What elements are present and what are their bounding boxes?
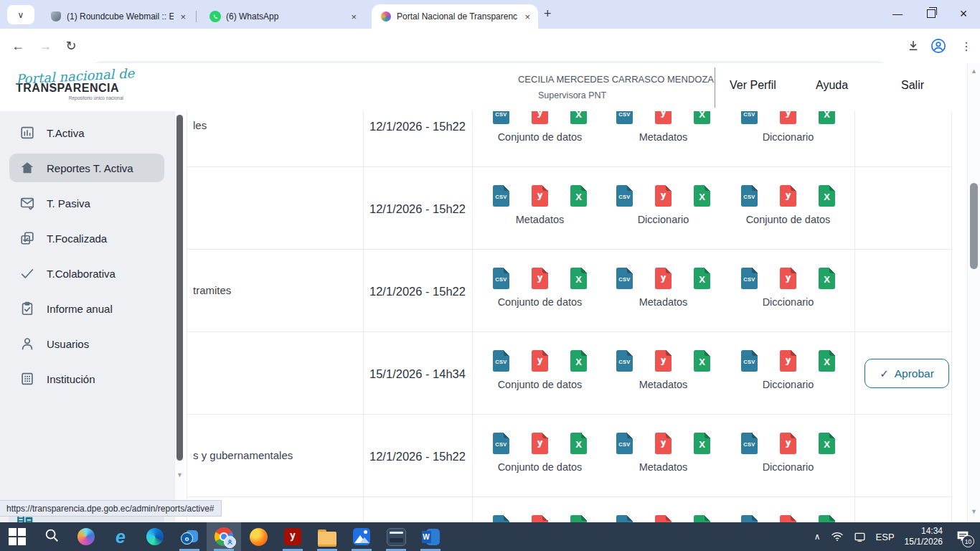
tab-close-icon[interactable]: × (178, 11, 188, 22)
file-excel-icon[interactable]: X (570, 111, 587, 124)
file-pdf-icon[interactable]: λ (532, 433, 548, 454)
new-tab-button[interactable]: + (544, 6, 552, 22)
approve-button[interactable]: ✓Aprobar (864, 359, 949, 388)
sidebar-item-t-focalizada[interactable]: T.Focalizada (9, 224, 164, 253)
sidebar-scrollbar-thumb[interactable] (176, 115, 183, 461)
file-csv-icon[interactable]: CSV (493, 515, 509, 522)
file-csv-icon[interactable]: CSV (616, 111, 633, 124)
taskbar-chrome[interactable] (207, 522, 241, 551)
page-scroll-down-icon[interactable]: ▼ (971, 508, 977, 515)
file-csv-icon[interactable]: CSV (741, 268, 758, 289)
file-pdf-icon[interactable]: λ (655, 111, 672, 124)
file-csv-icon[interactable]: CSV (616, 350, 633, 372)
file-excel-icon[interactable]: X (570, 433, 587, 454)
file-csv-icon[interactable]: CSV (493, 185, 509, 207)
site-logo[interactable]: Portal nacional de TRANSPARENCIA Reposit… (16, 69, 123, 100)
tab-search-chevron-icon[interactable]: ∨ (7, 5, 34, 24)
sidebar-item-reportes-t-activa[interactable]: Reportes T. Activa (9, 154, 164, 182)
file-excel-icon[interactable]: X (694, 433, 710, 454)
file-csv-icon[interactable]: CSV (493, 433, 509, 454)
cast-icon[interactable] (854, 532, 866, 542)
file-csv-icon[interactable]: CSV (493, 350, 509, 372)
file-csv-icon[interactable]: CSV (616, 185, 633, 207)
file-pdf-icon[interactable]: λ (780, 433, 796, 454)
file-excel-icon[interactable]: X (694, 268, 710, 289)
file-pdf-icon[interactable]: λ (532, 350, 548, 372)
file-pdf-icon[interactable]: λ (780, 515, 796, 522)
window-close-button[interactable]: × (947, 0, 980, 27)
file-pdf-icon[interactable]: λ (655, 268, 672, 289)
taskbar-scanner[interactable] (379, 522, 413, 551)
file-excel-icon[interactable]: X (570, 515, 587, 522)
file-pdf-icon[interactable]: λ (532, 268, 548, 289)
file-excel-icon[interactable]: X (694, 111, 710, 124)
browser-tab-2[interactable]: (6) WhatsApp× (201, 4, 364, 29)
file-csv-icon[interactable]: CSV (741, 111, 758, 124)
window-restore-button[interactable] (915, 0, 948, 27)
download-icon[interactable] (903, 35, 924, 57)
menu-icon[interactable]: ⋮ (956, 35, 977, 57)
browser-tab-1[interactable]: (1) Roundcube Webmail :: Entra× (42, 4, 194, 29)
back-icon[interactable]: ← (7, 35, 29, 57)
file-excel-icon[interactable]: X (570, 350, 587, 372)
nav-ver-perfil[interactable]: Ver Perfil (730, 79, 776, 92)
taskbar-search[interactable] (34, 522, 69, 551)
file-excel-icon[interactable]: X (570, 185, 587, 207)
taskbar-windows-start[interactable] (0, 522, 34, 551)
file-excel-icon[interactable]: X (819, 350, 835, 372)
nav-salir[interactable]: Salir (901, 79, 924, 92)
file-csv-icon[interactable]: CSV (493, 111, 509, 124)
tab-close-icon[interactable]: × (522, 11, 532, 22)
file-csv-icon[interactable]: CSV (616, 433, 633, 454)
file-csv-icon[interactable]: CSV (741, 433, 758, 454)
forward-icon[interactable]: → (34, 35, 56, 57)
file-pdf-icon[interactable]: λ (655, 433, 672, 454)
file-csv-icon[interactable]: CSV (741, 350, 758, 372)
file-excel-icon[interactable]: X (819, 433, 835, 454)
tray-language[interactable]: ESP (876, 532, 895, 542)
file-pdf-icon[interactable]: λ (532, 515, 548, 522)
sidebar-item-t-pasiva[interactable]: T. Pasiva (9, 189, 164, 217)
sidebar-item-usuarios[interactable]: Usuarios (9, 329, 164, 358)
file-csv-icon[interactable]: CSV (741, 185, 758, 207)
page-scrollbar-thumb[interactable] (970, 183, 978, 269)
taskbar-internet-explorer[interactable]: e (103, 522, 138, 551)
wifi-icon[interactable] (831, 532, 844, 542)
page-scrollbar[interactable]: ▲ ▼ (967, 63, 980, 522)
tab-close-icon[interactable]: × (349, 11, 359, 22)
sidebar-item-instituci-n[interactable]: Institución (9, 364, 164, 393)
nav-ayuda[interactable]: Ayuda (816, 79, 848, 92)
file-pdf-icon[interactable]: λ (780, 185, 796, 207)
file-pdf-icon[interactable]: λ (655, 515, 672, 522)
file-pdf-icon[interactable]: λ (532, 185, 548, 207)
page-scroll-up-icon[interactable]: ▲ (971, 67, 977, 75)
window-minimize-button[interactable]: — (881, 0, 914, 27)
file-csv-icon[interactable]: CSV (741, 515, 758, 522)
file-csv-icon[interactable]: CSV (616, 268, 633, 289)
taskbar-copilot[interactable] (69, 522, 103, 551)
file-pdf-icon[interactable]: λ (780, 111, 796, 124)
taskbar-edge[interactable] (138, 522, 172, 551)
file-pdf-icon[interactable]: λ (532, 111, 548, 124)
sidebar-item-informe-anual[interactable]: Informe anual (9, 294, 164, 323)
taskbar-photos[interactable] (344, 522, 379, 551)
file-pdf-icon[interactable]: λ (780, 268, 796, 289)
file-pdf-icon[interactable]: λ (780, 350, 796, 372)
tray-chevron-icon[interactable]: ∧ (814, 532, 821, 542)
taskbar-file-explorer[interactable] (310, 522, 344, 551)
file-excel-icon[interactable]: X (694, 350, 710, 372)
file-excel-icon[interactable]: X (694, 185, 710, 207)
taskbar-word[interactable]: W (413, 522, 448, 551)
taskbar-firefox[interactable] (241, 522, 275, 551)
browser-tab-3[interactable]: Portal Nacional de Transparenc× (372, 4, 538, 29)
file-pdf-icon[interactable]: λ (655, 185, 672, 207)
file-csv-icon[interactable]: CSV (616, 515, 633, 522)
taskbar-acrobat[interactable]: λ (275, 522, 310, 551)
notification-center-icon[interactable]: 10 (953, 527, 973, 546)
profile-icon[interactable] (928, 35, 949, 57)
file-pdf-icon[interactable]: λ (655, 350, 672, 372)
file-excel-icon[interactable]: X (570, 268, 587, 289)
reload-icon[interactable]: ↻ (60, 35, 82, 57)
sidebar-scroll-down-icon[interactable]: ▼ (176, 471, 183, 479)
file-excel-icon[interactable]: X (694, 515, 710, 522)
